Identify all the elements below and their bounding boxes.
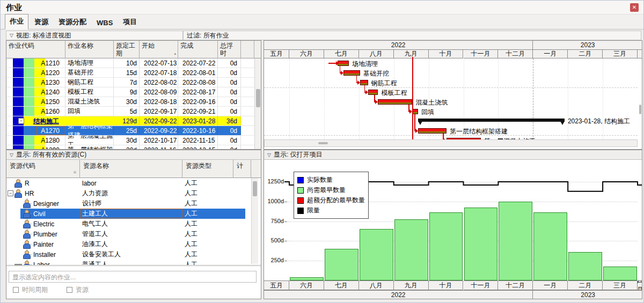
table-row[interactable]: A1270第一层结构框架搭建25d2022-09-222022-10-160d bbox=[6, 126, 254, 136]
gantt-task-bar[interactable] bbox=[418, 128, 447, 134]
table-row[interactable]: A1220基础开挖15d2022-07-182022-08-010d bbox=[6, 68, 254, 78]
remaining-units-bar[interactable] bbox=[394, 219, 428, 280]
column-header-name[interactable]: 作业名称 bbox=[65, 41, 114, 58]
gantt-gridline bbox=[603, 58, 603, 139]
chart-tick bbox=[284, 221, 287, 222]
column-header-finish[interactable]: 完成 bbox=[178, 41, 218, 58]
resource-row[interactable]: Labor普通工人人工 bbox=[6, 260, 254, 265]
collapse-icon[interactable]: − bbox=[18, 118, 24, 124]
filter-selector[interactable]: 过滤: 所有作业 bbox=[183, 31, 641, 40]
scrollbar-thumb[interactable] bbox=[639, 105, 641, 114]
table-row[interactable]: A1260回填5d2022-09-172022-09-210d bbox=[6, 107, 254, 116]
remaining-units-bar[interactable] bbox=[325, 249, 358, 280]
y-axis-label: 500d bbox=[265, 237, 284, 243]
view-selector[interactable]: ▽ 视图: 标准进度视图 bbox=[6, 31, 183, 40]
tab-projects[interactable]: 项目 bbox=[119, 15, 141, 29]
summary-end-icon bbox=[560, 121, 565, 125]
remaining-units-bar[interactable] bbox=[464, 208, 498, 280]
cell-finish: 2022-09-21 bbox=[178, 107, 218, 116]
column-header-unit[interactable]: 计 bbox=[233, 160, 251, 178]
resource-person-icon bbox=[23, 261, 30, 265]
gantt-bar-label: 模板工程 bbox=[381, 88, 407, 98]
remaining-units-bar[interactable] bbox=[499, 202, 532, 280]
gantt-hscrollbar[interactable] bbox=[264, 139, 638, 147]
cell-finish: 2022-09-16 bbox=[178, 97, 218, 106]
cell-duration: 7d bbox=[114, 78, 140, 87]
scrollbar-thumb[interactable] bbox=[253, 181, 257, 196]
resource-row[interactable]: Painter油漆工人人工 bbox=[6, 239, 254, 249]
resource-checkbox[interactable]: 资源 bbox=[67, 285, 89, 294]
table-row[interactable]: A1240模板工程9d2022-08-092022-08-170d bbox=[6, 87, 254, 97]
resource-row[interactable]: −HR人力资源人工 bbox=[6, 188, 254, 198]
gantt-summary-bar[interactable] bbox=[418, 119, 565, 122]
resource-row[interactable]: Rlabor人工 bbox=[6, 178, 254, 188]
resource-row[interactable]: Civil土建工人人工 bbox=[6, 209, 254, 219]
legend-swatch-icon bbox=[297, 197, 304, 204]
table-row[interactable]: A1230钢筋工程7d2022-08-022022-08-080d bbox=[6, 78, 254, 87]
remaining-units-bar[interactable] bbox=[429, 212, 463, 280]
timescale-month-cell: 八月 bbox=[359, 280, 394, 290]
sort-indicator-icon: ▴ bbox=[174, 50, 176, 57]
timescale-month-cell: 十二月 bbox=[498, 280, 533, 290]
table-row[interactable]: A1290第一层结构框架30d2022-11-162022-12-150d bbox=[6, 145, 254, 150]
column-header-resource-code[interactable]: 资源代码 ≡ bbox=[6, 160, 80, 178]
resource-row[interactable]: Installer设备安装工人人工 bbox=[6, 249, 254, 260]
column-header-float[interactable]: 总浮时 bbox=[218, 41, 241, 58]
table-row[interactable]: A1280第一层混凝土施工30d2022-10-172022-11-150d bbox=[6, 136, 254, 145]
cell-resource-code: Labor bbox=[33, 260, 79, 265]
table-row[interactable]: A1250混凝土浇筑30d2022-08-182022-09-160d bbox=[6, 97, 254, 107]
tab-resource-assignment[interactable]: 资源分配 bbox=[54, 15, 91, 29]
gantt-vscrollbar[interactable] bbox=[638, 58, 642, 139]
close-icon[interactable]: ✕ bbox=[630, 3, 639, 12]
column-header-resource-name[interactable]: 资源名称 bbox=[80, 160, 182, 178]
cell-activity-name: 混凝土浇筑 bbox=[65, 97, 114, 106]
time-period-checkbox[interactable]: 时间周期 bbox=[13, 285, 48, 294]
column-label: 作业代码 bbox=[9, 42, 34, 49]
gantt-task-bar[interactable] bbox=[368, 90, 378, 95]
tab-label: 资源 bbox=[34, 18, 48, 26]
collapse-icon[interactable]: − bbox=[8, 190, 13, 196]
cell-duration: 30d bbox=[114, 145, 140, 150]
column-header-code[interactable]: 作业代码 bbox=[6, 41, 65, 58]
gantt-task-bar[interactable] bbox=[343, 70, 360, 76]
splitter-grip-icon[interactable] bbox=[14, 264, 22, 265]
gantt-task-bar[interactable] bbox=[378, 99, 412, 105]
remaining-units-bar[interactable] bbox=[568, 252, 602, 280]
remaining-units-bar[interactable] bbox=[360, 229, 393, 280]
resource-row[interactable]: Electric电气工人人工 bbox=[6, 219, 254, 229]
scrollbar-thumb[interactable] bbox=[256, 89, 260, 107]
scrollbar-thumb[interactable] bbox=[318, 142, 328, 144]
cell-total-float: 0d bbox=[218, 107, 241, 116]
resource-row[interactable]: Plumber管道工人人工 bbox=[6, 229, 254, 239]
relationship-arrow-icon bbox=[336, 61, 339, 65]
resource-display-bar[interactable]: ▽ 显示: 所有有效的资源(C) bbox=[6, 150, 261, 160]
show-selected-activities-button[interactable]: 显示选定内容的作业... bbox=[9, 271, 257, 283]
gantt-month-cell: 一月 bbox=[533, 50, 568, 58]
cell-resource-type: 人工 bbox=[185, 178, 233, 188]
column-header-start[interactable]: 开始▴ bbox=[140, 41, 178, 58]
remaining-units-bar[interactable] bbox=[533, 212, 567, 280]
remaining-units-bar[interactable] bbox=[603, 267, 637, 281]
activities-window: 作业 ✕ 作业 资源 资源分配 WBS 项目 ▽ 视图: 标准进度视图 过滤: … bbox=[0, 0, 644, 303]
tab-resources[interactable]: 资源 bbox=[30, 15, 53, 29]
column-header-duration[interactable]: 原定工期 bbox=[114, 41, 140, 58]
checkbox-icon[interactable] bbox=[13, 287, 19, 293]
table-row[interactable]: −结构施工129d2022-09-222023-01-2836d bbox=[6, 116, 254, 126]
checkbox-icon[interactable] bbox=[67, 287, 72, 293]
table-row[interactable]: A1210场地清理10d2022-07-132022-07-220d bbox=[6, 58, 254, 68]
column-header-resource-type[interactable]: 资源类型 bbox=[182, 160, 233, 178]
cell-duration: 15d bbox=[114, 68, 140, 77]
filter-icon[interactable]: ≡ bbox=[74, 169, 76, 175]
histogram-display-bar[interactable]: ▽ 显示: 仅打开项目 bbox=[264, 150, 642, 160]
cell-start: 2022-08-02 bbox=[140, 78, 178, 87]
gantt-year-2023: 2023 bbox=[533, 41, 642, 50]
resource-row[interactable]: Designer设计师人工 bbox=[6, 198, 254, 209]
gantt-task-bar[interactable] bbox=[338, 61, 349, 66]
gantt-task-bar[interactable] bbox=[360, 80, 368, 85]
tab-activities[interactable]: 作业 bbox=[5, 14, 28, 29]
cell-resource-code: Electric bbox=[33, 219, 79, 229]
tab-wbs[interactable]: WBS bbox=[92, 17, 117, 29]
splitter-handle[interactable] bbox=[6, 265, 261, 267]
column-label: 开始 bbox=[142, 42, 155, 49]
cell-resource-code: Painter bbox=[33, 239, 79, 249]
